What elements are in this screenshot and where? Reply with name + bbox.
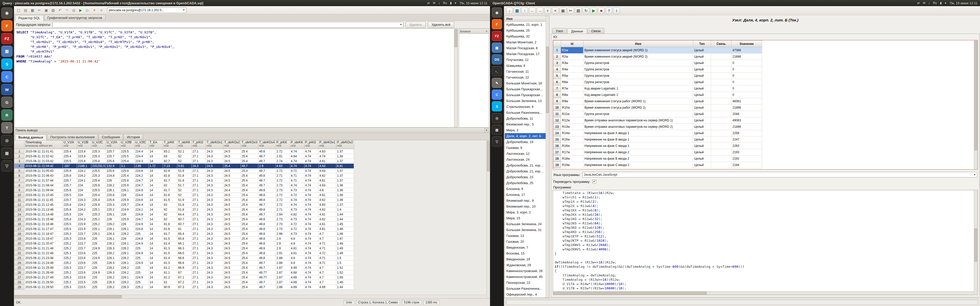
row-number[interactable]: 26 — [14, 270, 24, 275]
io-row[interactable]: 3R3wГруппа регистровЦелый0 — [553, 60, 762, 66]
tree-item[interactable]: Добролюбова, 11 — [505, 116, 546, 121]
program-vscrollbar[interactable] — [974, 190, 977, 295]
row-number[interactable]: 25 — [14, 265, 24, 270]
tree-item[interactable]: Большая Пушкарская, 44 — [505, 92, 546, 98]
program-editor[interactable]: TimeState = (R1w<<16)|R2w; wTorch1 = R11… — [553, 190, 978, 295]
row-number[interactable]: 22 — [14, 251, 24, 256]
tree-item[interactable]: Офицерский пер., 4 — [505, 292, 546, 297]
tree-item[interactable]: Добролюбова, 23 — [505, 174, 546, 180]
table-row[interactable]: 152015-06-11 21:15:46225.8224.3225.22262… — [14, 217, 354, 222]
explain-query-icon[interactable]: ✦ — [91, 7, 97, 13]
table-row[interactable]: 52015-06-11 21:05:43225.9224.2225.5225.6… — [14, 168, 354, 173]
column-header-U_V1fA[interactable]: U_V1fAreal — [63, 141, 77, 149]
row-number[interactable]: 11 — [14, 198, 24, 203]
sql-text[interactable]: SELECT "TimeAnalog", "U_V1fA", "U_V1fB",… — [16, 30, 453, 127]
row-number[interactable]: 7 — [14, 178, 24, 183]
tree-item[interactable]: Газовая, 9 — [505, 145, 546, 151]
io-column-header-Id[interactable]: Id — [561, 41, 584, 47]
row-number[interactable]: 17 — [14, 227, 24, 231]
battery-icon[interactable]: ▮ — [940, 1, 942, 5]
io-column-header-Связь[interactable]: Связь — [711, 41, 732, 47]
io-row[interactable]: 6R6wГруппа регистровЦелый0 — [553, 79, 762, 86]
table-row[interactable]: 192015-06-11 21:19:47225.3223.8225226.12… — [14, 236, 354, 241]
table-row[interactable]: 292015-06-11 21:29:50225.3223.5225226.22… — [14, 285, 354, 290]
row-number[interactable]: 18 — [14, 231, 24, 236]
tree-item[interactable]: Каменноостровский, 26 — [505, 268, 546, 274]
new-query-icon[interactable]: ▢ — [16, 7, 22, 13]
column-header-U_V1fC[interactable]: U_V1fCreal — [91, 141, 106, 149]
tree-item[interactable]: Малая Посадская, 17 — [505, 51, 546, 57]
column-header-T_obrKK[interactable]: T_obrKKreal — [177, 141, 192, 149]
tree-item[interactable]: Куйбышева, 25 — [505, 27, 546, 33]
launcher-icon-remmina[interactable]: R — [1, 109, 13, 120]
tree-item[interactable]: Вяземский пер., 10 — [505, 203, 546, 209]
io-row[interactable]: 2R2wВремя изменения статуса аварий (WORD… — [553, 54, 762, 60]
column-header-T_EA[interactable]: T_EAreal — [149, 141, 163, 149]
column-header-T_prKK[interactable]: T_prKKreal — [163, 141, 177, 149]
table-row[interactable]: 72015-06-11 21:07:44225.7224.1225.422622… — [14, 178, 354, 183]
add-item-icon[interactable]: + — [544, 7, 551, 14]
cancel-query-icon[interactable]: ■ — [98, 7, 104, 13]
tree-item[interactable]: Введенская, 7 — [505, 244, 546, 251]
io-row[interactable]: 12R12wВремя отправки аналоговых параметр… — [553, 117, 762, 124]
tree-item[interactable]: Большая Пушкарская, 30 — [505, 86, 546, 92]
tree-item[interactable]: Вяземский пер., 5 — [505, 121, 546, 127]
grid-hscrollbar[interactable] — [14, 295, 487, 298]
clock-right[interactable]: Пн, 15 июня 12:11 — [950, 1, 977, 5]
tree-item[interactable]: Добролюбова, 21, корп. 2 — [505, 168, 546, 174]
tree-item[interactable]: Добролюбова, 21, корп. 1 — [505, 162, 546, 168]
load-icon[interactable]: ↓ — [506, 7, 513, 14]
launcher-icon-skype[interactable]: S — [492, 101, 502, 111]
row-number[interactable]: 27 — [14, 275, 24, 280]
row-number[interactable]: 3 — [14, 159, 24, 164]
launcher-icon-file-manager[interactable]: ▥ — [492, 43, 502, 53]
sql-editor[interactable]: SELECT "TimeAnalog", "U_V1fA", "U_V1fB",… — [14, 29, 458, 127]
table-row[interactable]: 102015-06-11 21:10:45225.5224225.4225.82… — [14, 193, 354, 198]
tree-item[interactable]: Мира, 15 — [505, 215, 546, 221]
io-column-header-Значение[interactable]: Значение — [732, 41, 762, 47]
column-header-U_V1fB[interactable]: U_V1fBreal — [77, 141, 91, 149]
delete-all-button[interactable]: Удалить всё — [428, 22, 454, 28]
tree-scrollbar[interactable] — [546, 16, 549, 298]
tree-item[interactable]: Добролюбова, 19 — [505, 139, 546, 145]
up-level-icon[interactable]: ↑ — [522, 7, 528, 14]
launcher-icon-openscada[interactable]: OS — [492, 54, 502, 65]
launcher-icon-firefox[interactable]: F — [1, 20, 13, 32]
paste-icon[interactable]: ▧ — [575, 7, 582, 14]
tree-item[interactable]: Газовая, 13 — [505, 233, 546, 239]
save-icon[interactable]: ▦ — [514, 7, 520, 14]
column-header-TimeAnalog[interactable]: TimeAnalogtimestamp without tim — [24, 141, 63, 149]
io-row[interactable]: 4R4wГруппа регистровЦелый0 — [553, 66, 762, 73]
network-icon[interactable]: ⇄ — [427, 1, 430, 5]
tree-item[interactable]: Гатчинская, 11 — [505, 68, 546, 75]
table-row[interactable]: 32015-06-11 21:03:42225.5223.8225.8225.6… — [14, 159, 354, 164]
launcher-icon-workspace-switcher[interactable]: ▦ — [492, 125, 502, 135]
launcher-icon-libreoffice-writer[interactable]: W — [1, 84, 13, 95]
table-row[interactable]: 282015-06-11 21:28:50225.2223.5225226.32… — [14, 280, 354, 285]
tree-item[interactable]: Пионерская, 22 — [505, 280, 546, 285]
row-number[interactable]: 2 — [14, 154, 24, 159]
paste-icon[interactable]: ▧ — [50, 7, 56, 13]
about-icon[interactable]: i — [613, 7, 620, 14]
refresh-icon[interactable]: ↻ — [583, 7, 589, 14]
tree-item[interactable]: Большая Разночинная, 18 — [505, 109, 546, 116]
row-number[interactable]: 15 — [14, 217, 24, 222]
column-header-T_obrKOv1[interactable]: T_obrKOv1real — [206, 141, 223, 149]
column-header-T_prKO[interactable]: T_prKOreal — [192, 141, 206, 149]
table-row[interactable]: 42015-06-11 21:04:42-2872188.1231232.513… — [14, 164, 354, 168]
cut-icon[interactable]: ✂ — [36, 7, 42, 13]
redo-icon[interactable]: ↷ — [64, 7, 70, 13]
launcher-icon-filezilla[interactable]: FZ — [492, 31, 502, 41]
stop-updating-icon[interactable]: ■ — [598, 7, 605, 14]
battery-icon[interactable]: ▮ — [450, 1, 452, 5]
launcher-icon-dash-home[interactable]: ◉ — [1, 7, 13, 19]
table-row[interactable]: 232015-06-11 21:23:48225.2223.6224.9226.… — [14, 256, 354, 261]
table-row[interactable]: 272015-06-11 21:27:49225.3223.6225226.22… — [14, 275, 354, 280]
open-file-icon[interactable]: ▤ — [22, 7, 29, 13]
row-number[interactable]: 21 — [14, 246, 24, 251]
volume-icon[interactable]: ♪ — [928, 1, 930, 5]
scrollbar-thumb[interactable] — [974, 41, 977, 151]
launcher-icon-screenshot[interactable]: ◎ — [1, 135, 13, 146]
tree-item[interactable]: Стрельнинская, 4 — [505, 104, 546, 109]
column-header-T_obrKOv2[interactable]: T_obrKOv2real — [223, 141, 241, 149]
